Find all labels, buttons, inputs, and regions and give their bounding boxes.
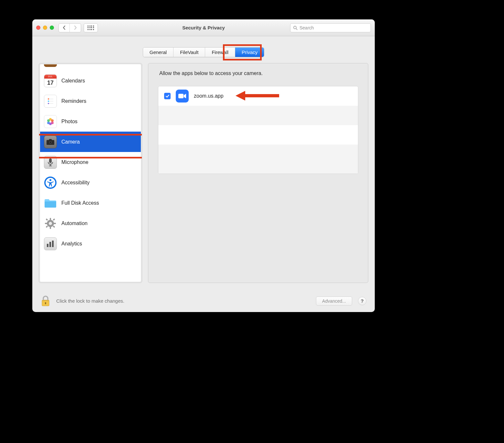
tab-general[interactable]: General xyxy=(143,48,173,57)
microphone-icon xyxy=(44,156,57,169)
svg-rect-26 xyxy=(50,227,51,229)
svg-rect-29 xyxy=(46,218,48,221)
zoom-window-button[interactable] xyxy=(50,26,54,30)
svg-rect-37 xyxy=(178,94,184,98)
sidebar-item-label: Accessibility xyxy=(61,180,89,186)
svg-point-8 xyxy=(48,103,49,104)
svg-rect-18 xyxy=(49,158,52,163)
svg-point-13 xyxy=(47,122,50,124)
svg-rect-42 xyxy=(45,303,46,304)
tab-privacy[interactable]: Privacy xyxy=(235,48,264,57)
app-row-empty xyxy=(158,106,358,125)
sidebar-item-calendars[interactable]: JUL 17 Calendars xyxy=(40,70,141,91)
svg-rect-31 xyxy=(53,218,55,221)
svg-point-7 xyxy=(48,101,49,102)
sidebar-item-contacts[interactable]: Contacts xyxy=(40,64,141,70)
svg-point-17 xyxy=(50,141,51,143)
preferences-window: Security & Privacy General FileVault Fir… xyxy=(32,19,375,312)
svg-point-10 xyxy=(51,119,54,122)
checkmark-icon xyxy=(165,94,170,98)
sidebar-item-reminders[interactable]: Reminders xyxy=(40,91,141,111)
app-permission-panel: Allow the apps below to access your came… xyxy=(148,63,368,283)
gear-icon xyxy=(44,217,57,230)
sidebar-item-label: Automation xyxy=(61,221,88,226)
chevron-left-icon xyxy=(62,26,66,30)
tab-filevault[interactable]: FileVault xyxy=(173,48,205,57)
svg-rect-35 xyxy=(49,242,51,247)
app-list: zoom.us.app xyxy=(158,86,358,174)
sidebar-item-label: Analytics xyxy=(61,241,82,247)
folder-icon xyxy=(44,197,57,210)
svg-rect-40 xyxy=(42,300,49,301)
permission-description: Allow the apps below to access your came… xyxy=(159,70,358,76)
sidebar-item-microphone[interactable]: Microphone xyxy=(40,152,141,172)
svg-point-14 xyxy=(47,119,50,122)
sidebar-item-photos[interactable]: Photos xyxy=(40,111,141,132)
svg-rect-34 xyxy=(47,244,48,247)
tab-firewall[interactable]: Firewall xyxy=(205,48,235,57)
svg-rect-25 xyxy=(50,218,51,220)
svg-point-6 xyxy=(48,98,49,100)
forward-button[interactable] xyxy=(70,24,81,32)
sidebar-item-analytics[interactable]: Analytics xyxy=(40,233,141,254)
sidebar-item-camera[interactable]: Camera xyxy=(40,132,141,152)
calendar-icon: JUL 17 xyxy=(44,74,57,87)
analytics-icon xyxy=(44,237,57,250)
svg-line-1 xyxy=(296,28,297,30)
help-button[interactable]: ? xyxy=(358,297,366,305)
tab-segmented-control: General FileVault Firewall Privacy xyxy=(143,47,265,57)
lock-hint-text: Click the lock to make changes. xyxy=(56,298,124,304)
svg-rect-36 xyxy=(52,241,54,247)
search-input[interactable] xyxy=(299,25,368,30)
window-titlebar: Security & Privacy xyxy=(32,19,375,36)
svg-rect-30 xyxy=(53,225,55,228)
sidebar-item-label: Full Disk Access xyxy=(61,200,99,206)
camera-icon xyxy=(44,135,57,148)
zoom-icon xyxy=(176,90,189,103)
app-row-empty xyxy=(158,145,358,174)
advanced-button[interactable]: Advanced... xyxy=(316,297,352,306)
app-row-empty xyxy=(158,125,358,145)
svg-rect-27 xyxy=(45,223,47,224)
lock-icon[interactable] xyxy=(41,295,50,307)
minimize-window-button[interactable] xyxy=(43,26,47,30)
close-window-button[interactable] xyxy=(36,26,40,30)
sidebar-item-label: Reminders xyxy=(61,98,86,104)
svg-point-33 xyxy=(49,222,52,225)
app-row-zoom[interactable]: zoom.us.app xyxy=(158,86,358,106)
sidebar-item-label: Camera xyxy=(61,139,80,145)
window-controls xyxy=(36,26,54,30)
sidebar-item-accessibility[interactable]: Accessibility xyxy=(40,172,141,193)
nav-group xyxy=(58,23,81,32)
sidebar-item-label: Microphone xyxy=(61,159,89,165)
app-name: zoom.us.app xyxy=(194,93,224,99)
chevron-right-icon xyxy=(74,26,77,30)
sidebar-item-automation[interactable]: Automation xyxy=(40,213,141,233)
svg-rect-32 xyxy=(46,225,48,228)
privacy-category-panel: Contacts JUL 17 Calendars xyxy=(39,63,142,283)
sidebar-item-full-disk-access[interactable]: Full Disk Access xyxy=(40,193,141,213)
show-all-button[interactable] xyxy=(84,23,98,32)
search-field[interactable] xyxy=(290,23,371,32)
contacts-icon xyxy=(44,64,57,67)
back-button[interactable] xyxy=(59,24,70,32)
privacy-category-list[interactable]: Contacts JUL 17 Calendars xyxy=(40,64,141,282)
sidebar-item-label: Photos xyxy=(61,119,78,124)
photos-icon xyxy=(44,115,57,128)
app-checkbox[interactable] xyxy=(164,93,171,99)
tab-bar: General FileVault Firewall Privacy xyxy=(32,36,375,63)
grid-icon xyxy=(88,26,94,30)
sidebar-item-label: Calendars xyxy=(61,78,85,84)
window-footer: Click the lock to make changes. Advanced… xyxy=(32,289,375,312)
search-icon xyxy=(293,26,298,30)
content-area: Contacts JUL 17 Calendars xyxy=(32,63,375,289)
reminders-icon xyxy=(44,95,57,108)
accessibility-icon xyxy=(44,176,57,189)
svg-point-23 xyxy=(49,179,51,181)
svg-rect-28 xyxy=(54,223,56,224)
